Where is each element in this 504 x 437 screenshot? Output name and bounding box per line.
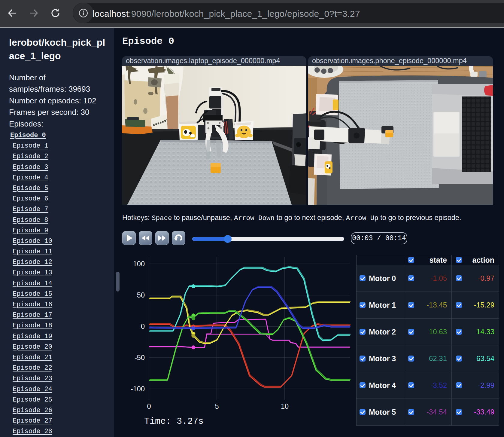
svg-text:Time: 3.27s: Time: 3.27s — [144, 416, 204, 426]
svg-text:0: 0 — [141, 322, 145, 330]
svg-text:5: 5 — [215, 402, 219, 410]
svg-text:-50: -50 — [135, 354, 145, 362]
svg-text:100: 100 — [133, 260, 145, 268]
svg-text:10: 10 — [281, 402, 289, 410]
svg-text:-100: -100 — [131, 385, 145, 393]
svg-text:0: 0 — [147, 402, 151, 410]
svg-text:50: 50 — [137, 291, 145, 299]
